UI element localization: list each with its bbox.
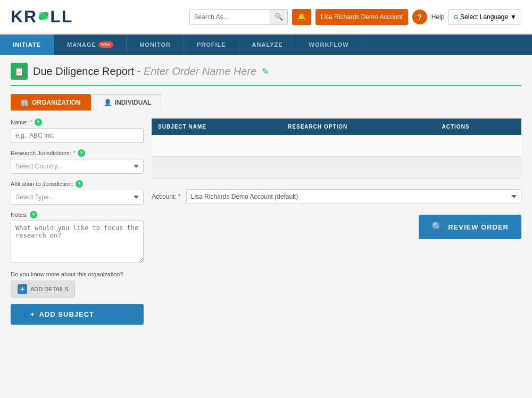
add-details-question: Do you know more about this organization… [11, 271, 144, 277]
search-input[interactable] [190, 10, 270, 24]
notes-label: Notes: ? [11, 211, 144, 218]
name-input[interactable] [11, 128, 144, 143]
research-label-text: Research Jurisdictions: [11, 150, 71, 156]
research-label: Research Jurisdictions: * ? [11, 149, 144, 157]
help-button[interactable]: ? [412, 10, 427, 24]
nav-label-analyze: ANALYZE [252, 41, 283, 48]
notes-help-icon[interactable]: ? [30, 211, 37, 218]
page-content: 📋 Due Diligence Report - Enter Order Nam… [0, 55, 532, 333]
notes-textarea[interactable] [11, 221, 144, 263]
tab-organization[interactable]: 🏢 ORGANIZATION [11, 94, 91, 111]
col-research-option: RESEARCH OPTION [281, 118, 435, 135]
account-select[interactable]: Lisa Richards Demo Account (default) [186, 189, 521, 204]
language-button[interactable]: G Select Language ▼ [448, 9, 521, 25]
name-label-text: Name: [11, 119, 28, 125]
subject-name-cell [152, 157, 281, 179]
research-help-icon[interactable]: ? [78, 149, 85, 157]
navigation: INITIATE MANAGE 99+ MONITOR PROFILE ANAL… [0, 35, 532, 55]
left-panel: Name: * ? Research Jurisdictions: * ? Se… [11, 118, 144, 325]
account-button[interactable]: Lisa Richards Demo Account [315, 9, 408, 25]
nav-label-manage: MANAGE [67, 41, 96, 48]
affiliation-help-icon[interactable]: ? [76, 180, 83, 188]
research-option-cell [281, 135, 435, 157]
name-required: * [30, 119, 32, 125]
search-bar[interactable]: 🔍 [189, 9, 288, 25]
title-editable[interactable]: Enter Order Name Here [144, 65, 256, 77]
review-order-label: REVIEW ORDER [448, 223, 509, 231]
logo-k: K [11, 7, 24, 27]
add-subject-icon: 👤+ [21, 310, 35, 318]
col-actions: ACTIONS [436, 118, 521, 135]
actions-cell [436, 135, 521, 157]
col-subject-name: SUBJECT NAME [152, 118, 281, 135]
subjects-table-header: SUBJECT NAME RESEARCH OPTION ACTIONS [152, 118, 521, 135]
right-panel: SUBJECT NAME RESEARCH OPTION ACTIONS [152, 118, 521, 239]
subjects-table: SUBJECT NAME RESEARCH OPTION ACTIONS [152, 118, 521, 179]
nav-item-initiate[interactable]: INITIATE [0, 35, 54, 55]
google-icon: G [453, 14, 458, 20]
nav-item-manage[interactable]: MANAGE 99+ [54, 35, 127, 55]
add-details-label: ADD DETAILS [30, 286, 68, 292]
review-icon: 🔍 [431, 221, 444, 233]
subject-tabs: 🏢 ORGANIZATION 👤 INDIVIDUAL [11, 94, 521, 111]
nav-label-monitor: MONITOR [139, 41, 171, 48]
header: K R LL 🔍 🔔 Lisa Richards Demo Account ? … [0, 0, 532, 35]
add-subject-button[interactable]: 👤+ ADD SUBJECT [11, 304, 144, 325]
main-layout: Name: * ? Research Jurisdictions: * ? Se… [11, 118, 521, 325]
subjects-table-body [152, 135, 521, 179]
affiliation-label: Affiliation to Jurisdiction: ? [11, 180, 144, 188]
research-jurisdiction-group: Research Jurisdictions: * ? Select Count… [11, 149, 144, 174]
add-details-button[interactable]: + ADD DETAILS [11, 281, 75, 298]
nav-label-profile: PROFILE [197, 41, 226, 48]
affiliation-select[interactable]: Select Type... [11, 190, 144, 205]
page-title-bar: 📋 Due Diligence Report - Enter Order Nam… [11, 63, 521, 86]
page-title: Due Diligence Report - Enter Order Name … [33, 65, 256, 78]
actions-cell [436, 157, 521, 179]
logo-leaf-icon [38, 10, 49, 22]
nav-item-monitor[interactable]: MONITOR [127, 35, 184, 55]
account-row: Account: * Lisa Richards Demo Account (d… [152, 189, 521, 204]
add-details-section: Do you know more about this organization… [11, 271, 144, 298]
svg-point-1 [38, 10, 49, 21]
notes-label-text: Notes: [11, 211, 28, 218]
search-button[interactable]: 🔍 [270, 10, 287, 24]
help-text: Help [431, 13, 445, 21]
review-order-button[interactable]: 🔍 REVIEW ORDER [419, 215, 521, 239]
account-required: * [178, 193, 181, 200]
nav-item-analyze[interactable]: ANALYZE [239, 35, 296, 55]
header-right: 🔍 🔔 Lisa Richards Demo Account ? Help G … [189, 9, 521, 25]
page-title-icon: 📋 [11, 63, 28, 80]
tab-individual-label: INDIVIDUAL [115, 99, 152, 106]
research-jurisdiction-select[interactable]: Select Country... [11, 159, 144, 174]
nav-item-workflow[interactable]: WORKFLOW [296, 35, 362, 55]
account-label-text: Account: [152, 193, 177, 200]
research-required: * [73, 150, 76, 156]
subject-name-cell [152, 135, 281, 157]
manage-badge: 99+ [98, 41, 113, 48]
affiliation-label-text: Affiliation to Jurisdiction: [11, 181, 73, 187]
document-icon: 📋 [14, 66, 24, 77]
title-static: Due Diligence Report - [33, 65, 140, 77]
name-label: Name: * ? [11, 118, 144, 126]
nav-item-profile[interactable]: PROFILE [184, 35, 239, 55]
logo-r: R [24, 7, 37, 27]
plus-icon: + [18, 284, 27, 294]
tab-individual[interactable]: 👤 INDIVIDUAL [94, 94, 162, 111]
notes-group: Notes: ? [11, 211, 144, 265]
tab-organization-label: ORGANIZATION [32, 99, 81, 106]
bell-icon: 🔔 [297, 13, 306, 21]
table-row [152, 157, 521, 179]
edit-title-icon[interactable]: ✎ [262, 66, 269, 77]
research-option-cell [281, 157, 435, 179]
affiliation-group: Affiliation to Jurisdiction: ? Select Ty… [11, 180, 144, 205]
organization-icon: 🏢 [21, 99, 29, 106]
logo-ll: LL [50, 7, 73, 27]
notification-button[interactable]: 🔔 [292, 9, 311, 25]
nav-label-workflow: WORKFLOW [309, 41, 349, 48]
logo: K R LL [11, 7, 73, 27]
account-label: Account: * [152, 193, 181, 200]
chevron-down-icon: ▼ [510, 13, 517, 21]
name-help-icon[interactable]: ? [35, 118, 42, 126]
name-field-group: Name: * ? [11, 118, 144, 143]
add-subject-label: ADD SUBJECT [39, 310, 94, 318]
